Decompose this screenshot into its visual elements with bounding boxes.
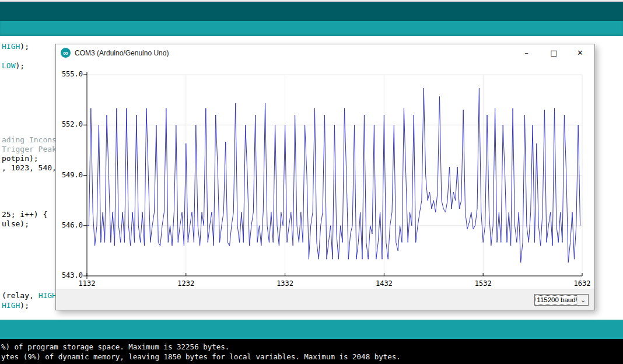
code-fragment: LOW); xyxy=(2,61,24,70)
x-tick-label: 1332 xyxy=(268,279,303,288)
plot-canvas xyxy=(56,62,594,289)
x-tick-label: 1632 xyxy=(565,279,600,288)
baud-rate-value: 115200 baud xyxy=(535,295,578,305)
ide-toolbar xyxy=(0,21,623,36)
ide-status-band xyxy=(0,320,623,339)
code-fragment: ulse); xyxy=(2,219,29,228)
serial-plot: 555.0552.0549.0546.0543.0113212321332143… xyxy=(56,62,594,289)
code-fragment: ading Inconsi xyxy=(2,135,61,144)
baud-rate-select[interactable]: 115200 baud ⌄ xyxy=(534,294,589,306)
code-fragment: 25; i++) { xyxy=(2,210,47,219)
plotter-titlebar[interactable]: ∞ COM3 (Arduino/Genuino Uno) – □ ✕ xyxy=(56,44,594,62)
code-fragment: HIGH); xyxy=(2,42,29,51)
serial-plotter-window: ∞ COM3 (Arduino/Genuino Uno) – □ ✕ 555.0… xyxy=(55,44,595,310)
minimize-button[interactable]: – xyxy=(513,44,540,61)
y-tick-label: 555.0 xyxy=(56,70,83,78)
maximize-button[interactable]: □ xyxy=(541,44,567,61)
x-tick-label: 1132 xyxy=(69,279,104,288)
code-fragment: (relay, HIGH) xyxy=(2,291,61,300)
compile-console: %) of program storage space. Maximum is … xyxy=(0,339,623,364)
ide-titlebar xyxy=(0,2,623,21)
y-tick-label: 546.0 xyxy=(56,221,83,229)
plotter-bottom-bar: 115200 baud ⌄ xyxy=(56,289,594,310)
x-tick-label: 1232 xyxy=(169,279,204,288)
code-fragment: HIGH); xyxy=(2,301,29,310)
x-tick-label: 1432 xyxy=(366,279,401,288)
plotter-window-title: COM3 (Arduino/Genuino Uno) xyxy=(75,49,169,57)
console-line: %) of program storage space. Maximum is … xyxy=(0,342,623,352)
y-tick-label: 549.0 xyxy=(56,171,83,179)
chevron-down-icon: ⌄ xyxy=(578,295,588,305)
y-tick-label: 552.0 xyxy=(56,120,83,128)
code-fragment: potpin); xyxy=(2,154,38,163)
arduino-logo-icon: ∞ xyxy=(61,48,71,58)
y-tick-label: 543.0 xyxy=(56,271,83,279)
x-tick-label: 1532 xyxy=(466,279,501,288)
close-button[interactable]: ✕ xyxy=(567,44,593,61)
console-line: ytes (9%) of dynamic memory, leaving 185… xyxy=(0,352,623,362)
